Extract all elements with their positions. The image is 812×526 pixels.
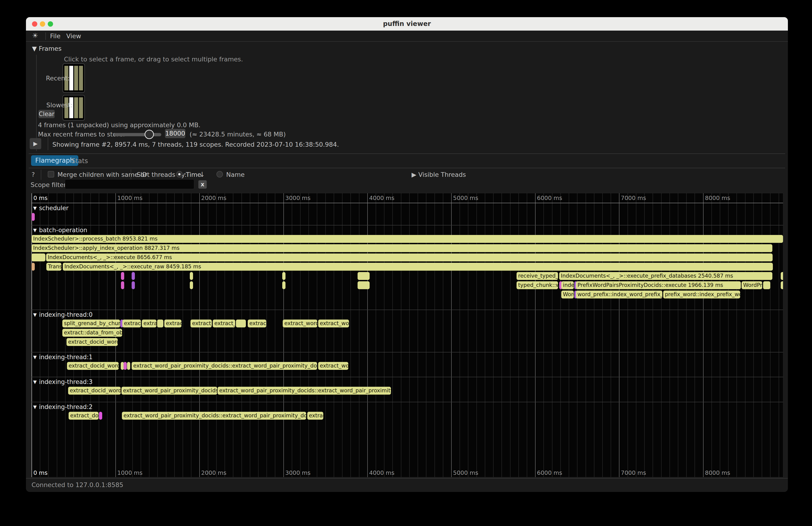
flamegraph-scope-bar[interactable]: extract: [122, 320, 141, 327]
flamegraph-scope-bar[interactable]: extract_word: [283, 320, 317, 327]
flamegraph-scope-bar[interactable]: extract: [248, 320, 266, 327]
flamegraph-scope-bar[interactable]: receive_typed_: [517, 272, 558, 280]
flamegraph-scope-bar[interactable]: extra: [142, 320, 156, 327]
axis-label: 0 ms: [33, 195, 47, 201]
flamegraph-scope-bar[interactable]: [763, 281, 770, 289]
frame-bar[interactable]: [74, 66, 78, 90]
flamegraph-scope-bar[interactable]: IndexDocuments<_, _>::execute_prefix_dat…: [559, 272, 772, 280]
flamegraph-scope-bar[interactable]: prefix_word::index_prefix_wo: [663, 291, 740, 298]
separator: [41, 170, 41, 180]
max-frames-value[interactable]: 18000: [165, 129, 185, 138]
tab-stats[interactable]: Stats: [71, 157, 88, 165]
flamegraph-scope-bar[interactable]: extract_word_pair_proximity_docids::extr…: [218, 387, 391, 395]
flamegraph-scope-bar[interactable]: Word: [561, 291, 574, 298]
help-button[interactable]: ?: [31, 171, 35, 178]
flamegraph-scope-bar[interactable]: extract_wo: [318, 320, 349, 327]
flamegraph-scope-bar[interactable]: extract_doc: [69, 412, 99, 420]
flamegraph-scope-bar[interactable]: extract_word_pair_proximity_docids: [121, 387, 217, 395]
flamegraph-scope-bar[interactable]: WordPr: [742, 281, 762, 289]
flamegraph-scope-bar[interactable]: [358, 281, 369, 289]
clear-button[interactable]: Clear: [39, 110, 55, 118]
slowest-label: Slowest:: [46, 102, 73, 109]
frame-bar[interactable]: [79, 97, 83, 118]
flamegraph-scope-bar[interactable]: extrac: [307, 412, 323, 420]
flamegraph-scope-bar[interactable]: [31, 253, 45, 261]
max-frames-label: Max recent frames to store:: [38, 131, 125, 138]
max-frames-slider[interactable]: [114, 133, 161, 136]
axis-label: 6000 ms: [537, 195, 562, 201]
axis-label: 8000 ms: [705, 195, 730, 201]
title-bar: puffin viewer: [26, 17, 788, 31]
theme-toggle-sun-icon[interactable]: ☀: [32, 31, 38, 40]
window-title: puffin viewer: [26, 17, 788, 31]
menu-bar: ☀ File View: [26, 31, 788, 42]
flamegraph-scope-bar[interactable]: PrefixWordPairsProximityDocids::execute …: [576, 281, 741, 289]
flamegraph-scope-bar[interactable]: [190, 281, 193, 289]
flamegraph-scope-bar[interactable]: [121, 281, 124, 289]
flamegraph-scope-bar[interactable]: [31, 213, 35, 221]
flamegraph-scope-bar[interactable]: [157, 320, 163, 327]
flamegraph-scope-bar[interactable]: extract_docid_word: [67, 362, 119, 370]
flamegraph-scope-bar[interactable]: typed_chunk::w: [517, 281, 558, 289]
axis-label: 1000 ms: [117, 469, 143, 476]
thread-group-header[interactable]: ▼indexing-thread:3: [33, 378, 93, 385]
flamegraph-scope-bar[interactable]: extract_docid_word: [68, 387, 121, 395]
flamegraph-scope-bar[interactable]: [358, 272, 369, 280]
flamegraph-scope-bar[interactable]: extract_: [190, 320, 212, 327]
frame-bar[interactable]: [79, 66, 83, 90]
flamegraph-scope-bar[interactable]: split_grenad_by_chun: [62, 320, 120, 327]
play-button[interactable]: ▶: [30, 138, 41, 149]
flamegraph-scope-bar[interactable]: [282, 281, 286, 289]
thread-group-header[interactable]: ▼batch-operation: [33, 227, 87, 234]
flamegraph-scope-bar[interactable]: [127, 362, 130, 370]
flamegraph-scope-bar[interactable]: extract_: [213, 320, 235, 327]
flamegraph-scope-bar[interactable]: [132, 281, 135, 289]
flamegraph-scope-bar[interactable]: extract::data_from_ob: [62, 329, 122, 337]
flamegraph-scope-bar[interactable]: [781, 272, 783, 280]
flamegraph-scope-bar[interactable]: word_prefix::index_word_prefix_: [576, 291, 662, 298]
recent-label: Recent:: [46, 75, 70, 82]
menu-file[interactable]: File: [50, 32, 60, 40]
thread-group-header[interactable]: ▼indexing-thread:2: [33, 404, 93, 410]
flamegraph-scope-bar[interactable]: [282, 272, 286, 280]
flamegraph-scope-bar[interactable]: extrac: [164, 320, 182, 327]
frames-section-header[interactable]: ▼ Frames: [32, 45, 62, 52]
flamegraph-scope-bar[interactable]: [236, 320, 246, 327]
slider-knob[interactable]: [145, 130, 154, 139]
thread-group-header[interactable]: ▼indexing-thread:0: [33, 311, 93, 318]
thread-group-header[interactable]: ▼indexing-thread:1: [33, 354, 93, 361]
visible-threads-header[interactable]: ▶ Visible Threads: [411, 171, 466, 178]
flamegraph-scope-bar[interactable]: IndexScheduler>::apply_index_operation 8…: [31, 244, 772, 252]
sort-time-radio[interactable]: [176, 171, 183, 177]
flamegraph-scope-bar[interactable]: IndexDocuments<_, _>::execute_raw 8459.1…: [63, 263, 773, 271]
flamegraph-scope-bar[interactable]: [190, 272, 193, 280]
flamegraph-scope-bar[interactable]: IndexScheduler>::process_batch 8953.821 …: [31, 235, 783, 243]
menu-view[interactable]: View: [66, 32, 81, 40]
frame-bar[interactable]: [69, 66, 73, 90]
merge-children-checkbox[interactable]: [48, 171, 54, 177]
flamegraph-scope-bar[interactable]: extract_wo: [318, 362, 348, 370]
flamegraph-scope-bar[interactable]: extract_word_pair_proximity_docids::extr…: [122, 412, 306, 420]
flamegraph-scope-bar[interactable]: index: [561, 281, 574, 289]
flamegraph-scope-bar[interactable]: IndexDocuments<_, _>::execute 8656.677 m…: [46, 253, 773, 261]
flamegraph-scope-bar[interactable]: [132, 272, 135, 280]
scope-filter-input[interactable]: [65, 179, 194, 189]
sort-name-radio[interactable]: [216, 171, 223, 177]
flamegraph-scope-bar[interactable]: [121, 272, 124, 280]
merge-children-label: Merge children with same ID: [57, 171, 147, 178]
connection-status: Connected to 127.0.0.1:8585: [31, 481, 123, 488]
flamegraph-scope-bar[interactable]: extract_word_pair_proximity_docids::extr…: [132, 362, 317, 370]
separator: [48, 137, 48, 150]
thread-group-header[interactable]: ▼scheduler: [33, 205, 69, 211]
flamegraph-canvas[interactable]: 0 ms0 ms1000 ms1000 ms2000 ms2000 ms3000…: [31, 193, 783, 477]
flamegraph-scope-bar[interactable]: [31, 263, 35, 271]
tab-flamegraph[interactable]: Flamegraph: [31, 155, 78, 166]
sort-direction-arrow-icon[interactable]: ↓: [199, 171, 205, 178]
clear-filter-button[interactable]: x: [198, 180, 207, 189]
flamegraph-scope-bar[interactable]: [99, 412, 102, 420]
frame-bar[interactable]: [74, 97, 78, 118]
flamegraph-scope-bar[interactable]: extract_docid_word: [67, 338, 118, 346]
flamegraph-scope-bar[interactable]: Trans: [46, 263, 61, 271]
flamegraph-scope-bar[interactable]: [124, 362, 127, 370]
flamegraph-scope-bar[interactable]: [781, 281, 783, 289]
